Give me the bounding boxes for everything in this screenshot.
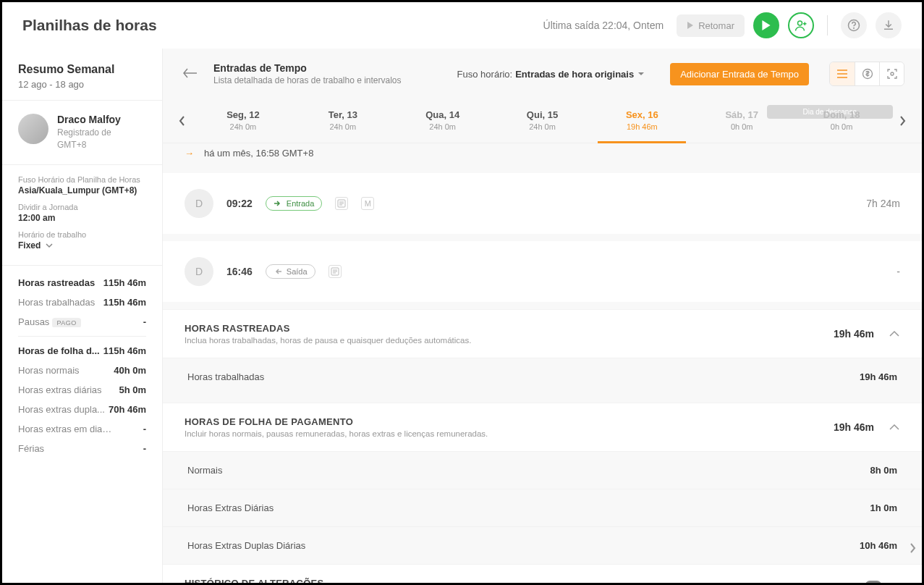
day-tab[interactable]: Seg, 1224h 0m [193,99,293,143]
note-icon[interactable] [335,197,348,210]
prev-week-button[interactable] [171,99,193,143]
back-button[interactable] [180,64,200,84]
arrow-left-icon [183,68,198,78]
sub-row-val: 10h 46m [860,540,897,551]
add-user-button[interactable] [788,12,814,38]
day-hours: 0h 0m [692,122,792,131]
focus-icon [886,68,898,80]
view-money-button[interactable] [855,62,879,85]
entry-time: 09:22 [226,198,253,209]
worked-v: 115h 46m [103,297,146,308]
schedule-label: Horário de trabalho [18,230,146,239]
entry-chip: Saída [266,264,315,279]
date-range: 12 ago - 18 ago [18,79,146,90]
tracked-k: Horas rastreadas [18,277,95,288]
day-tab[interactable]: Sáb, 170h 0m [692,99,792,143]
user-name: Draco Malfoy [57,114,121,125]
page-title: Planilhas de horas [22,17,535,34]
day-hours: 24h 0m [193,122,293,131]
chevron-up-icon [889,330,900,337]
day-hours: 0h 0m [792,122,891,131]
day-label: Qui, 15 [493,109,593,120]
schedule-dropdown[interactable]: Fixed [18,240,146,251]
last-exit-text: Última saída 22:04, Ontem [543,20,664,31]
tracked-section-sub: Inclua horas trabalhadas, horas de pausa… [185,336,834,345]
svg-point-2 [854,28,855,28]
divider [18,336,146,337]
svg-point-0 [798,21,802,25]
payroll-section-val: 19h 46m [834,421,874,433]
view-list-button[interactable] [830,62,855,85]
resume-button[interactable]: Retomar [677,14,745,37]
tz-sheet-value: Asia/Kuala_Lumpur (GMT+8) [18,185,146,195]
tz-dropdown[interactable]: Fuso horário: Entradas de hora originais [457,69,646,80]
normal-k: Horas normais [18,365,80,376]
timestamp-text: há um mês, 16:58 GMT+8 [204,148,313,159]
sub-row: Horas trabalhadas19h 46m [163,358,922,395]
time-entry-row[interactable]: D 16:46 Saída - [163,241,922,302]
play-button[interactable] [753,12,779,38]
tracked-section-val: 19h 46m [834,328,874,340]
sub-row-key: Horas trabalhadas [187,371,264,382]
double-ot-v: 70h 46m [109,404,146,415]
double-ot-k: Horas extras dupla... [18,404,105,415]
sub-row-key: Horas Extras Diárias [187,502,274,513]
rest-ot-v: - [143,424,146,434]
play-small-icon [687,22,694,29]
day-tab[interactable]: Qua, 1424h 0m [393,99,493,143]
tz-label: Fuso horário: [457,69,513,80]
day-hours: 19h 46m [592,122,692,131]
list-icon [836,69,848,79]
svg-point-4 [891,72,894,75]
entry-duration: 7h 24m [866,198,900,209]
chevron-down-icon [637,70,645,78]
normal-v: 40h 0m [114,365,146,376]
download-icon [882,19,895,32]
daily-ot-v: 5h 0m [119,384,146,395]
sub-row-val: 1h 0m [870,502,897,513]
payroll-k: Horas de folha d... [18,345,100,356]
pauses-v: - [143,316,146,327]
entry-time: 16:46 [226,266,253,277]
help-icon [847,19,860,32]
day-hours: 24h 0m [393,122,493,131]
arrow-right-icon: → [185,148,194,159]
day-label: Sex, 16 [592,109,692,120]
day-label: Qua, 14 [393,109,493,120]
sub-row: Horas Extras Diárias1h 0m [163,489,922,526]
next-week-button[interactable] [891,99,913,143]
chevron-right-icon [909,542,916,554]
add-entry-button[interactable]: Adicionar Entrada de Tempo [670,63,809,85]
day-hours: 24h 0m [493,122,593,131]
time-entry-row[interactable]: D 09:22 Entrada M 7h 24m [163,173,922,234]
scroll-right-button[interactable] [909,542,916,557]
user-meta: Registrado deGMT+8 [57,127,121,151]
sub-row-key: Normais [187,465,222,476]
day-tab[interactable]: Dom, 180h 0m [792,99,891,143]
paid-badge: PAGO [52,318,80,327]
schedule-value: Fixed [18,240,41,251]
day-label: Sáb, 17 [692,109,792,120]
worked-k: Horas trabalhadas [18,297,95,308]
collapse-tracked-button[interactable] [889,327,900,340]
tz-value: Entradas de hora originais [515,69,634,80]
tracked-section-title: HORAS RASTREADAS [185,323,834,334]
entry-avatar: D [185,189,213,218]
note-icon[interactable] [329,265,342,278]
payroll-section-title: HORAS DE FOLHA DE PAGAMENTO [185,416,834,427]
day-tab[interactable]: Ter, 1324h 0m [293,99,393,143]
expand-history-button[interactable] [889,582,900,583]
view-focus-button[interactable] [879,62,904,85]
day-label: Seg, 12 [193,109,293,120]
sub-row: Normais8h 0m [163,451,922,489]
day-tab[interactable]: Sex, 1619h 46m [592,99,692,143]
summary-title: Resumo Semanal [18,63,146,76]
collapse-payroll-button[interactable] [889,421,900,434]
day-split-label: Dividir a Jornada [18,203,146,211]
download-button[interactable] [876,12,902,38]
payroll-v: 115h 46m [103,345,146,356]
history-count-badge: 2 [865,581,881,583]
divider [827,15,828,35]
help-button[interactable] [841,12,867,38]
day-tab[interactable]: Qui, 1524h 0m [493,99,593,143]
